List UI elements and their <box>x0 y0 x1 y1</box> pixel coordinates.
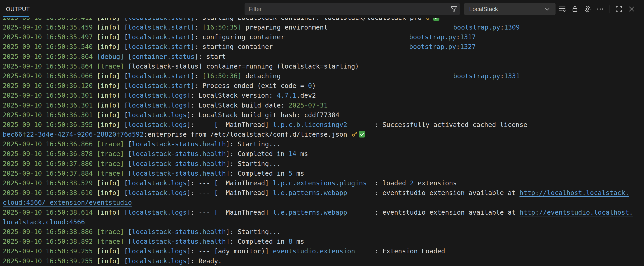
log-segment: ]: LocalStack build git hash: cddf77384 <box>187 111 340 119</box>
log-segment: [ <box>120 247 128 255</box>
log-url-link[interactable]: http://localhost.localstack. <box>520 189 629 197</box>
log-segment: 2025-09-10 16:50:38.610 <box>3 189 97 197</box>
maximize-panel-icon[interactable] <box>613 3 625 15</box>
log-segment: [ <box>124 53 132 60</box>
log-line: 2025-09-10 16:50:37.880 [trace] [localst… <box>3 159 644 169</box>
clear-output-icon[interactable] <box>556 3 568 15</box>
log-segment: 2 <box>410 179 414 187</box>
funnel-icon[interactable] <box>448 3 460 15</box>
log-line: 2025-09-10 16:50:35.412 [info] [localsta… <box>3 18 644 22</box>
log-segment: 2025-09-10 16:50:35.497 <box>3 33 97 41</box>
log-segment: ]: start <box>195 53 226 60</box>
log-line: 2025-09-10 16:50:36.301 [info] [localsta… <box>3 91 644 100</box>
source-file-link[interactable]: bootstrap.py:1309 <box>453 22 520 32</box>
log-segment: .dev2 <box>296 92 316 99</box>
log-segment: localstack-status.health <box>132 150 226 157</box>
log-segment: [ <box>120 111 128 119</box>
check-mark-emoji <box>433 18 440 21</box>
source-file-link[interactable]: bootstrap.py:1331 <box>453 71 520 81</box>
log-url-link[interactable]: http://eventstudio.localhost. <box>520 209 633 216</box>
log-segment: 2025-09-10 16:50:36.878 <box>3 150 97 157</box>
log-segment: [trace] <box>97 238 124 245</box>
log-line: 2025-09-10 16:50:36.878 [trace] [localst… <box>3 149 644 159</box>
log-segment: localstack.logs <box>128 121 187 129</box>
log-segment: localstack.logs <box>128 102 187 109</box>
log-segment: localstack.start <box>128 18 190 21</box>
log-segment: [info] <box>97 33 120 41</box>
log-segment: [info] <box>97 23 120 31</box>
scroll-lock-icon[interactable] <box>569 3 581 15</box>
log-segment: : Successfully activated cached license <box>347 121 528 129</box>
log-segment: container.status <box>132 53 194 60</box>
header-separator <box>609 5 610 13</box>
settings-gear-icon[interactable] <box>582 3 594 15</box>
log-segment: [info] <box>97 247 120 255</box>
log-segment: localstack.start <box>128 33 190 41</box>
log-segment: ]: LocalStack version: <box>187 92 277 99</box>
log-segment: localstack-status.health <box>132 228 226 236</box>
log-segment: ]: configuring container <box>190 33 284 41</box>
log-segment: [ <box>120 209 128 216</box>
log-segment: ]: Ready. <box>187 257 222 265</box>
log-segment: extensions <box>414 179 457 187</box>
header-actions <box>556 3 638 15</box>
log-line: 2025-09-10 16:50:35.864 [trace] [localst… <box>3 62 644 71</box>
filter-box <box>244 3 460 15</box>
log-line: localstack.cloud:4566 <box>3 217 644 227</box>
tab-output[interactable]: OUTPUT <box>6 0 30 18</box>
log-segment: [info] <box>97 72 120 80</box>
key-emoji <box>351 131 358 138</box>
log-segment: ms <box>292 169 304 177</box>
log-url-link[interactable]: cloud:4566/_extension/eventstudio <box>3 199 132 206</box>
log-segment: ]: --- [ MainThread] <box>187 189 273 197</box>
log-url-link[interactable]: localstack.cloud:4566 <box>3 218 85 226</box>
log-segment: 2025-09-10 16:50:39.255 <box>3 257 97 265</box>
log-segment: [info] <box>97 111 120 119</box>
close-panel-icon[interactable] <box>626 3 638 15</box>
log-segment: 2025-09-10 16:50:36.395 <box>3 121 97 129</box>
log-segment: ]: Starting... <box>226 160 281 167</box>
filter-input[interactable] <box>244 6 448 13</box>
log-segment: ]: Process ended (exit code = <box>190 82 308 90</box>
log-segment: ]: Starting... <box>226 140 281 148</box>
log-segment: l.p.c.extensions.plugins <box>273 179 367 187</box>
log-segment: 2025-09-10 16:50:36.301 <box>3 111 97 119</box>
log-segment: ]: Completed in <box>226 169 288 177</box>
source-file-link[interactable]: bootstrap.py:1317 <box>409 32 476 42</box>
log-segment: ]: Starting... <box>226 228 281 236</box>
log-line: 2025-09-10 16:50:35.540 [info] [localsta… <box>3 42 644 52</box>
log-segment: ]: --- [ady_monitor)] <box>187 247 273 255</box>
log-segment: localstack.logs <box>128 179 187 187</box>
log-segment: 2025-09-10 16:50:35.864 <box>3 62 97 70</box>
log-segment: 2025-09-10 16:50:37.884 <box>3 169 97 177</box>
log-segment: :enterprise from /etc/localstack/conf.d/… <box>144 131 351 138</box>
more-actions-icon[interactable] <box>594 3 606 15</box>
log-segment: [info] <box>97 92 120 99</box>
log-segment: 2025-09-10 16:50:39.255 <box>3 247 97 255</box>
log-line: cloud:4566/_extension/eventstudio <box>3 198 644 207</box>
log-segment: [ <box>120 102 128 109</box>
log-segment: [ <box>124 238 132 245</box>
log-segment: detaching <box>242 72 281 80</box>
log-segment: 2025-09-10 16:50:36.066 <box>3 72 97 80</box>
log-segment: eventstudio.extension <box>273 247 355 255</box>
log-segment: : loaded <box>367 179 410 187</box>
log-segment: localstack.start <box>128 82 190 90</box>
log-segment: ms <box>292 238 304 245</box>
log-segment: ) <box>312 82 316 90</box>
log-segment: [ <box>120 23 128 31</box>
source-file-link[interactable]: bootstrap.py:1327 <box>409 42 476 52</box>
log-segment: [16:50:36] <box>202 72 242 80</box>
log-output-area[interactable]: 2025-09-10 16:50:35.412 [info] [localsta… <box>0 18 644 266</box>
log-segment: ]: LocalStack build date: <box>187 102 288 109</box>
log-segment: ]: Completed in <box>226 238 288 245</box>
log-segment: localstack.start <box>128 23 190 31</box>
log-line: 2025-09-10 16:50:36.395 [info] [localsta… <box>3 120 644 130</box>
panel-header: OUTPUT LocalStack <box>0 0 644 18</box>
log-line: 2025-09-10 16:50:38.886 [trace] [localst… <box>3 227 644 237</box>
log-line: 2025-09-10 16:50:36.866 [trace] [localst… <box>3 139 644 149</box>
output-channel-select[interactable]: LocalStack <box>464 3 556 15</box>
log-segment: localstack.logs <box>128 92 187 99</box>
log-segment: localstack.start <box>128 72 190 80</box>
log-segment: [ <box>120 189 128 197</box>
